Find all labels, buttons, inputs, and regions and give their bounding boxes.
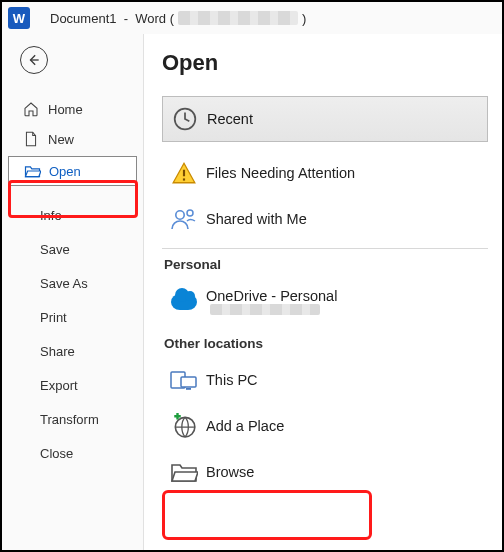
warning-icon <box>171 161 197 185</box>
nav-save-as-label: Save As <box>40 276 88 291</box>
divider <box>162 248 488 249</box>
svg-rect-2 <box>183 178 185 180</box>
nav-share-label: Share <box>40 344 75 359</box>
nav-transform[interactable]: Transform <box>2 402 143 436</box>
tile-add-place-label: Add a Place <box>206 418 284 434</box>
app-name: Word <box>135 11 166 26</box>
folder-browse-icon <box>170 461 198 483</box>
tile-recent-label: Recent <box>207 111 253 127</box>
nav-export[interactable]: Export <box>2 368 143 402</box>
nav-close-label: Close <box>40 446 73 461</box>
section-other: Other locations <box>164 336 488 351</box>
tile-this-pc-label: This PC <box>206 372 258 388</box>
tile-browse[interactable]: Browse <box>162 449 488 495</box>
svg-point-4 <box>187 210 193 216</box>
this-pc-icon <box>170 369 198 391</box>
title-bar: W Document1 - Word ( ) <box>2 2 502 34</box>
tile-onedrive[interactable]: OneDrive - Personal <box>162 278 488 326</box>
nav-share[interactable]: Share <box>2 334 143 368</box>
nav-home[interactable]: Home <box>2 94 143 124</box>
back-button[interactable] <box>20 46 48 74</box>
tile-shared-label: Shared with Me <box>206 211 307 227</box>
open-panel: Open Recent Files Needing Attention Shar… <box>144 34 502 550</box>
paren-close: ) <box>302 11 306 26</box>
tile-attention-label: Files Needing Attention <box>206 165 355 181</box>
onedrive-icon <box>171 294 197 310</box>
window-title: Document1 - Word ( ) <box>50 11 306 26</box>
paren-open: ( <box>166 11 174 26</box>
nav-transform-label: Transform <box>40 412 99 427</box>
nav-close[interactable]: Close <box>2 436 143 470</box>
nav-save[interactable]: Save <box>2 232 143 266</box>
home-icon <box>23 101 39 117</box>
tile-attention[interactable]: Files Needing Attention <box>162 150 488 196</box>
svg-rect-7 <box>186 388 191 390</box>
nav-new[interactable]: New <box>2 124 143 154</box>
tile-add-place[interactable]: Add a Place <box>162 403 488 449</box>
tile-browse-label: Browse <box>206 464 254 480</box>
nav-open-label: Open <box>49 164 81 179</box>
doc-name: Document1 <box>50 11 116 26</box>
nav-home-label: Home <box>48 102 83 117</box>
add-place-icon <box>171 413 197 439</box>
nav-print[interactable]: Print <box>2 300 143 334</box>
page-heading: Open <box>162 50 488 76</box>
nav-print-label: Print <box>40 310 67 325</box>
shared-icon <box>170 207 198 231</box>
nav-export-label: Export <box>40 378 78 393</box>
svg-rect-6 <box>181 377 196 387</box>
tile-shared[interactable]: Shared with Me <box>162 196 488 242</box>
tile-recent[interactable]: Recent <box>162 96 488 142</box>
arrow-left-icon <box>27 53 41 67</box>
redacted-email <box>210 304 320 315</box>
nav-open[interactable]: Open <box>8 156 137 186</box>
backstage-sidebar: Home New Open Info Save Save As Print Sh… <box>2 34 144 550</box>
nav-info[interactable]: Info <box>2 198 143 232</box>
nav-info-label: Info <box>40 208 62 223</box>
redacted-account <box>178 11 298 25</box>
word-app-icon: W <box>8 7 30 29</box>
section-personal: Personal <box>164 257 488 272</box>
folder-open-icon <box>24 164 41 178</box>
clock-icon <box>172 106 198 132</box>
svg-rect-1 <box>183 170 185 177</box>
tile-this-pc[interactable]: This PC <box>162 357 488 403</box>
separator: - <box>116 11 135 26</box>
nav-save-label: Save <box>40 242 70 257</box>
tile-onedrive-label: OneDrive - Personal <box>206 288 337 304</box>
document-icon <box>24 131 38 147</box>
nav-new-label: New <box>48 132 74 147</box>
svg-point-3 <box>176 211 184 219</box>
nav-save-as[interactable]: Save As <box>2 266 143 300</box>
